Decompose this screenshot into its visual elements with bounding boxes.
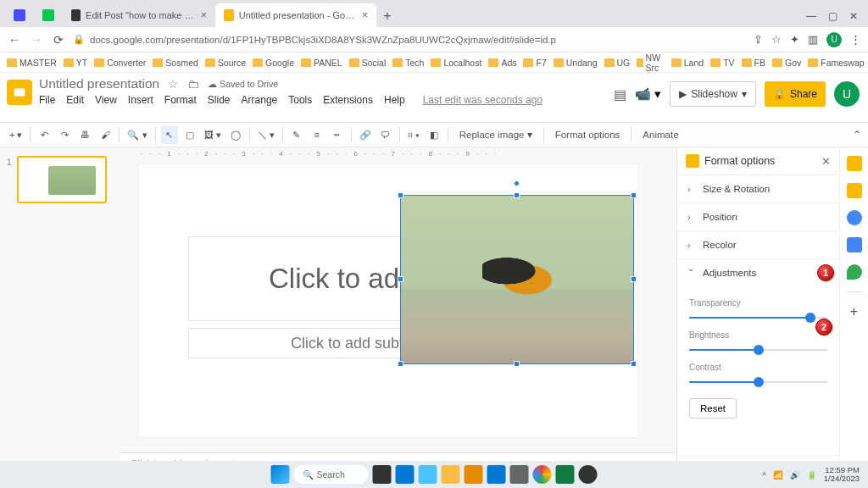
reload-icon[interactable]: ⟳ <box>51 33 66 47</box>
menu-file[interactable]: File <box>39 94 55 106</box>
contrast-slider[interactable] <box>689 376 827 388</box>
undo-icon[interactable]: ↶ <box>36 125 53 144</box>
resize-handle[interactable] <box>514 192 520 198</box>
back-icon[interactable]: ← <box>7 33 22 47</box>
profile-avatar[interactable]: U <box>826 32 842 47</box>
reset-button[interactable]: Reset <box>689 398 737 419</box>
app-icon[interactable] <box>465 465 483 484</box>
mask-icon[interactable]: ◧ <box>426 125 442 144</box>
close-window-icon[interactable]: ✕ <box>849 10 858 22</box>
bookmark-undang[interactable]: Undang <box>554 58 598 68</box>
edge-icon[interactable] <box>396 465 415 484</box>
excel-icon[interactable] <box>556 465 575 484</box>
tab-3[interactable]: Edit Post "how to make an imag...× <box>63 3 215 27</box>
slides-logo-icon[interactable] <box>7 80 32 105</box>
bookmark-fb[interactable]: FB <box>742 58 765 68</box>
resize-handle[interactable] <box>398 361 403 367</box>
animate-button[interactable]: Animate <box>637 130 684 140</box>
collapse-toolbar-icon[interactable]: ⌃ <box>853 129 861 141</box>
bookmark-panel[interactable]: PANEL <box>301 58 342 68</box>
star-doc-icon[interactable]: ☆ <box>168 77 179 91</box>
explorer-icon[interactable] <box>442 465 460 484</box>
shape-icon[interactable]: ◯ <box>227 125 244 144</box>
save-status[interactable]: ☁Saved to Drive <box>208 79 278 89</box>
bookmark-gov[interactable]: Gov <box>772 58 801 68</box>
bookmark-converter[interactable]: Converter <box>94 58 146 68</box>
taskbar-search[interactable]: 🔍Search <box>294 465 369 484</box>
zoom-icon[interactable]: 🔍 ▾ <box>125 125 149 144</box>
new-slide-button[interactable]: + ▾ <box>7 125 25 144</box>
paint-format-icon[interactable]: 🖌 <box>97 125 114 144</box>
thumbnail-1[interactable]: 1 <box>7 156 114 203</box>
share-button[interactable]: 🔒Share <box>765 81 826 107</box>
star-icon[interactable]: ☆ <box>771 33 782 46</box>
section-adjustments[interactable]: › Adjustments 1 <box>677 259 839 286</box>
bookmark-ads[interactable]: Ads <box>488 58 516 68</box>
chrome-icon[interactable] <box>533 465 552 484</box>
maximize-icon[interactable]: ▢ <box>828 10 837 22</box>
maps-icon[interactable] <box>847 264 862 280</box>
tab-2[interactable] <box>34 3 63 27</box>
bookmark-ug[interactable]: UG <box>604 58 631 68</box>
menu-insert[interactable]: Insert <box>128 94 153 106</box>
bookmark-f7[interactable]: F7 <box>523 58 546 68</box>
minimize-icon[interactable]: — <box>806 10 816 22</box>
close-icon[interactable]: × <box>201 9 207 21</box>
keep-icon[interactable] <box>847 183 862 198</box>
menu-edit[interactable]: Edit <box>66 94 84 106</box>
move-doc-icon[interactable]: 🗀 <box>187 77 199 91</box>
bookmark-localhost[interactable]: Localhost <box>431 58 481 68</box>
slideshow-button[interactable]: ▶Slideshow▾ <box>670 81 756 107</box>
menu-arrange[interactable]: Arrange <box>242 94 278 106</box>
comment-history-icon[interactable]: ▤ <box>614 86 626 103</box>
last-edit-info[interactable]: Last edit was seconds ago <box>423 94 542 106</box>
resize-handle[interactable] <box>631 276 637 282</box>
bookmark-source[interactable]: Source <box>205 58 246 68</box>
menu-extensions[interactable]: Extensions <box>323 94 373 106</box>
close-icon[interactable]: × <box>362 9 368 21</box>
format-options-button[interactable]: Format options <box>549 130 626 140</box>
clock[interactable]: 12:59 PM1/24/2023 <box>824 466 860 484</box>
menu-format[interactable]: Format <box>164 94 197 106</box>
border-weight-icon[interactable]: ≡ <box>309 125 326 144</box>
bookmark-tv[interactable]: TV <box>710 58 734 68</box>
app-icon[interactable] <box>487 465 506 484</box>
app-icon[interactable] <box>579 465 598 484</box>
extensions-icon[interactable]: ✦ <box>790 33 799 46</box>
bookmark-sosmed[interactable]: Sosmed <box>153 58 198 68</box>
battery-icon[interactable]: 🔋 <box>807 470 817 480</box>
add-addon-icon[interactable]: + <box>850 304 858 319</box>
bookmark-tech[interactable]: Tech <box>392 58 424 68</box>
bookmark-fameswap[interactable]: Fameswap <box>808 58 864 68</box>
transparency-slider[interactable]: 2 <box>689 312 827 324</box>
bookmark-social[interactable]: Social <box>349 58 387 68</box>
app-icon[interactable] <box>510 465 529 484</box>
contacts-icon[interactable] <box>847 237 862 252</box>
tab-1[interactable] <box>5 3 34 27</box>
bookmark-land[interactable]: Land <box>671 58 704 68</box>
resize-handle[interactable] <box>514 361 520 367</box>
menu-tools[interactable]: Tools <box>288 94 312 106</box>
new-tab-button[interactable]: + <box>376 8 398 27</box>
brightness-slider[interactable] <box>689 344 827 356</box>
bookmark-yt[interactable]: YT <box>64 58 87 68</box>
account-avatar[interactable]: U <box>834 81 860 107</box>
start-icon[interactable] <box>271 465 290 484</box>
border-color-icon[interactable]: ✎ <box>288 125 305 144</box>
crop-icon[interactable]: ⌗ ▾ <box>405 125 422 144</box>
tab-4-active[interactable]: Untitled presentation - Google S...× <box>215 3 376 27</box>
url-field[interactable]: 🔒 docs.google.com/presentation/d/1FP1HyT… <box>73 34 747 45</box>
doc-title[interactable]: Untitled presentation <box>39 76 159 92</box>
select-tool-icon[interactable]: ↖ <box>161 125 178 144</box>
selected-image[interactable] <box>400 195 634 364</box>
resize-handle[interactable] <box>398 192 403 198</box>
link-icon[interactable]: 🔗 <box>357 125 374 144</box>
calendar-icon[interactable] <box>847 156 862 171</box>
kebab-icon[interactable]: ⋮ <box>850 33 861 46</box>
reading-list-icon[interactable]: ▥ <box>808 33 818 46</box>
print-icon[interactable]: 🖶 <box>76 125 93 144</box>
section-position[interactable]: ›Position <box>677 203 839 231</box>
volume-icon[interactable]: 🔊 <box>790 470 800 480</box>
menu-help[interactable]: Help <box>384 94 405 106</box>
menu-view[interactable]: View <box>95 94 117 106</box>
